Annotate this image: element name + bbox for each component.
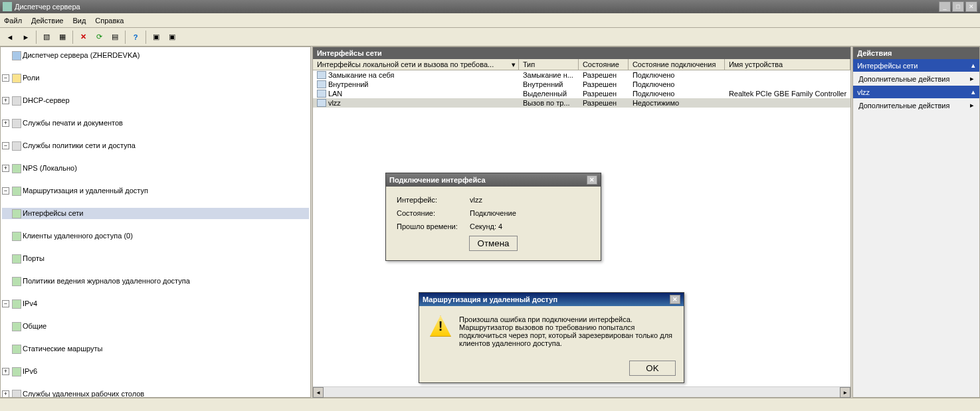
time-label: Прошло времени: — [397, 222, 470, 230]
tree-rds[interactable]: Службы удаленных рабочих столов — [23, 388, 144, 398]
actions-section-ifaces[interactable]: Интерфейсы сети▴ — [853, 59, 979, 72]
window-titlebar: Диспетчер сервера _ □ ✕ — [0, 0, 980, 13]
error-dialog: Маршрутизация и удаленный доступ ✕ ! Про… — [419, 292, 684, 383]
state-label: Состояние: — [397, 209, 470, 217]
grid-row[interactable]: Внутренний Внутренний Разрешен Подключен… — [313, 80, 850, 89]
dialog-close-button[interactable]: ✕ — [670, 295, 680, 304]
menu-file[interactable]: Файл — [4, 17, 22, 25]
toolbar: ◄ ► ▧ ▦ ✕ ⟳ ▤ ? ▣ ▣ — [0, 28, 980, 46]
dialog-title: Маршрутизация и удаленный доступ — [423, 295, 557, 303]
dhcp-icon — [12, 96, 21, 106]
maximize-button[interactable]: □ — [952, 1, 964, 12]
tree-rras[interactable]: Маршрутизация и удаленный доступ — [23, 185, 148, 197]
col-status[interactable]: Состояние — [579, 59, 629, 70]
props-button[interactable]: ▦ — [55, 30, 70, 44]
chevron-right-icon: ▸ — [970, 101, 974, 110]
tree-nps[interactable]: NPS (Локально) — [23, 163, 77, 174]
actions-pane: Действия Интерфейсы сети▴ Дополнительные… — [852, 46, 980, 398]
warning-icon: ! — [430, 315, 451, 337]
chevron-right-icon: ▸ — [970, 74, 974, 83]
collapse-icon: ▴ — [971, 61, 975, 70]
help-button[interactable]: ? — [128, 30, 143, 44]
nps-root-icon — [12, 141, 21, 151]
col-type[interactable]: Тип — [519, 59, 579, 70]
tree-static[interactable]: Статические маршруты — [23, 343, 102, 355]
cancel-button[interactable]: Отмена — [469, 236, 518, 251]
iface-label: Интерфейс: — [397, 196, 470, 204]
iface-icon — [317, 90, 326, 98]
tree-nps-root[interactable]: Службы политики сети и доступа — [23, 140, 136, 151]
menu-action[interactable]: Действие — [31, 17, 63, 25]
grid-row[interactable]: vlzz Вызов по тр... Разрешен Недостижимо — [313, 98, 850, 108]
menu-view[interactable]: Вид — [72, 17, 86, 25]
hscrollbar[interactable]: ◄ ► — [313, 386, 850, 397]
menubar: Файл Действие Вид Справка — [0, 13, 980, 28]
main-header: Интерфейсы сети — [313, 47, 850, 59]
app-icon — [3, 2, 12, 11]
ipv4-icon — [12, 299, 21, 309]
delete-button[interactable]: ✕ — [76, 30, 90, 44]
general-icon — [12, 322, 21, 331]
iface-icon — [317, 71, 326, 79]
rds-icon — [12, 390, 21, 398]
collapse-icon: ▴ — [971, 88, 975, 96]
tree-general[interactable]: Общие — [23, 321, 47, 332]
clients-icon — [12, 232, 21, 241]
tree-dhcp[interactable]: DHCP-сервер — [23, 95, 70, 106]
col-name[interactable]: Интерфейсы локальной сети и вызова по тр… — [313, 59, 519, 70]
ok-button[interactable]: OK — [629, 361, 676, 376]
back-button[interactable]: ◄ — [3, 30, 17, 44]
scroll-left-icon[interactable]: ◄ — [313, 387, 324, 398]
time-value: Секунд: 4 — [470, 222, 502, 230]
col-conn[interactable]: Состояние подключения — [629, 59, 725, 70]
col-device[interactable]: Имя устройства — [725, 59, 850, 70]
tree-pane[interactable]: Диспетчер сервера (ZHERDEVKA) −Роли +DHC… — [0, 46, 311, 398]
actions-header: Действия — [853, 47, 979, 59]
tree-ports[interactable]: Порты — [23, 253, 45, 264]
dialog-titlebar[interactable]: Маршрутизация и удаленный доступ ✕ — [419, 293, 684, 306]
up-button[interactable]: ▧ — [39, 30, 54, 44]
dialog-titlebar[interactable]: Подключение интерфейса ✕ — [386, 173, 601, 187]
policies-icon — [12, 277, 21, 286]
print-icon — [12, 119, 21, 128]
tree-roles[interactable]: Роли — [23, 72, 39, 84]
actions-section-vlzz[interactable]: vlzz▴ — [853, 86, 979, 98]
tree-clients[interactable]: Клиенты удаленного доступа (0) — [23, 230, 133, 242]
ports-icon — [12, 254, 21, 264]
tree-ipv4[interactable]: IPv4 — [23, 298, 37, 309]
dialog-title: Подключение интерфейса — [389, 176, 486, 184]
connection-dialog: Подключение интерфейса ✕ Интерфейс:vlzz … — [385, 173, 601, 261]
expander[interactable]: − — [2, 74, 9, 82]
grid-row[interactable]: Замыкание на себя Замыкание н... Разреше… — [313, 70, 850, 80]
statusbar — [0, 398, 980, 411]
minimize-button[interactable]: _ — [939, 1, 951, 12]
state-value: Подключение — [470, 209, 516, 217]
tree-root[interactable]: Диспетчер сервера (ZHERDEVKA) — [23, 50, 140, 61]
export-button[interactable]: ▤ — [108, 30, 122, 44]
window-title: Диспетчер сервера — [15, 3, 939, 11]
ipv6-icon — [12, 367, 21, 376]
roles-icon — [12, 74, 21, 83]
actions-more-1[interactable]: Дополнительные действия▸ — [853, 72, 979, 86]
menu-help[interactable]: Справка — [95, 17, 124, 25]
tool-b-button[interactable]: ▣ — [165, 30, 179, 44]
nps-icon — [12, 164, 21, 173]
forward-button[interactable]: ► — [19, 30, 33, 44]
close-button[interactable]: ✕ — [965, 1, 977, 12]
tree-ipv6[interactable]: IPv6 — [23, 366, 37, 377]
static-icon — [12, 345, 21, 354]
rras-icon — [12, 187, 21, 196]
dialog-close-button[interactable]: ✕ — [587, 175, 597, 185]
tree-ifaces[interactable]: Интерфейсы сети — [23, 208, 83, 219]
tree-print[interactable]: Службы печати и документов — [23, 118, 123, 129]
refresh-button[interactable]: ⟳ — [92, 30, 106, 44]
error-message: Произошла ошибка при подключении интерфе… — [459, 315, 673, 347]
actions-more-2[interactable]: Дополнительные действия▸ — [853, 98, 979, 112]
tool-a-button[interactable]: ▣ — [149, 30, 163, 44]
iface-icon — [317, 99, 326, 107]
iface-icon — [317, 80, 326, 88]
scroll-right-icon[interactable]: ► — [840, 387, 850, 398]
ifaces-icon — [12, 209, 21, 218]
grid-row[interactable]: LAN Выделенный Разрешен Подключено Realt… — [313, 89, 850, 98]
tree-policies[interactable]: Политики ведения журналов удаленного дос… — [23, 276, 190, 287]
